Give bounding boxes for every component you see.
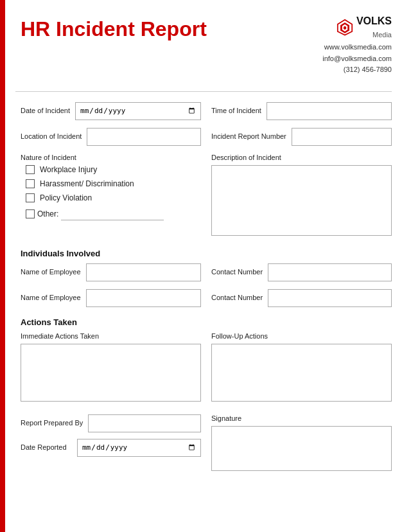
employee-row-1: Name of Employee Contact Number xyxy=(15,263,392,281)
checkbox-harassment: Harassment/ Discrimination xyxy=(26,179,201,188)
immediate-actions-group: Immediate Actions Taken xyxy=(21,332,201,404)
followup-actions-label: Follow-Up Actions xyxy=(211,332,392,340)
employee-1-input[interactable] xyxy=(86,263,201,281)
employee-2-label: Name of Employee xyxy=(21,289,81,303)
date-reported-group: Date Reported xyxy=(21,439,201,457)
volks-logo-icon xyxy=(336,18,354,36)
actions-row: Immediate Actions Taken Follow-Up Action… xyxy=(15,332,392,404)
incident-report-number-label: Incident Report Number xyxy=(211,128,286,141)
checkbox-harassment-input[interactable] xyxy=(26,179,35,188)
contact-2-input[interactable] xyxy=(268,289,392,307)
title: HR Incident Report xyxy=(21,13,207,40)
header: HR Incident Report VOLKS Media www.volks… xyxy=(15,13,392,76)
location-label: Location of Incident xyxy=(21,128,82,141)
time-of-incident-input[interactable] xyxy=(267,102,392,120)
contact-1-label: Contact Number xyxy=(211,263,263,277)
header-divider xyxy=(15,91,392,92)
nature-label: Nature of Incident xyxy=(21,154,201,161)
time-of-incident-label: Time of Incident xyxy=(211,102,261,116)
employee-2-group: Name of Employee xyxy=(21,289,201,307)
employee-2-input[interactable] xyxy=(86,289,201,307)
report-prepared-label: Report Prepared By xyxy=(21,414,83,428)
location-input[interactable] xyxy=(87,128,201,146)
followup-actions-group: Follow-Up Actions xyxy=(211,332,392,404)
report-prepared-group: Report Prepared By xyxy=(21,414,201,432)
employee-1-group: Name of Employee xyxy=(21,263,201,281)
checkbox-workplace-injury-input[interactable] xyxy=(26,165,35,174)
bottom-left: Report Prepared By Date Reported xyxy=(21,414,201,471)
contact-1-group: Contact Number xyxy=(211,263,392,281)
bottom-row: Report Prepared By Date Reported Signatu… xyxy=(15,414,392,471)
description-section: Description of Incident xyxy=(211,154,392,238)
individuals-section-title: Individuals Involved xyxy=(21,249,392,258)
location-report-row: Location of Incident Incident Report Num… xyxy=(15,128,392,146)
employee-row-2: Name of Employee Contact Number xyxy=(15,289,392,307)
description-label: Description of Incident xyxy=(211,154,392,161)
incident-report-number-input[interactable] xyxy=(292,128,392,146)
checkbox-other: Other: xyxy=(26,208,201,220)
contact-2-group: Contact Number xyxy=(211,289,392,307)
nature-description-section: Nature of Incident Workplace Injury Hara… xyxy=(15,154,392,238)
actions-section-title: Actions Taken xyxy=(21,317,392,327)
employee-1-label: Name of Employee xyxy=(21,263,81,277)
other-text-input[interactable] xyxy=(61,208,164,220)
contact-2-label: Contact Number xyxy=(211,289,263,303)
signature-label: Signature xyxy=(211,414,392,422)
date-reported-label: Date Reported xyxy=(21,439,72,452)
date-of-incident-input[interactable] xyxy=(75,102,201,120)
date-reported-input[interactable] xyxy=(77,439,201,457)
logo-icon: VOLKS Media xyxy=(322,13,392,40)
date-of-incident-label: Date of Incident xyxy=(21,102,70,116)
date-time-row: Date of Incident Time of Incident xyxy=(15,102,392,120)
logo-area: VOLKS Media www.volksmedia.com info@volk… xyxy=(322,13,392,76)
report-prepared-input[interactable] xyxy=(88,414,201,432)
incident-number-group: Incident Report Number xyxy=(211,128,392,146)
followup-actions-textarea[interactable] xyxy=(211,344,392,402)
signature-box[interactable] xyxy=(211,426,392,471)
checkbox-policy-violation: Policy Violation xyxy=(26,193,201,202)
description-textarea[interactable] xyxy=(211,165,392,236)
bottom-right: Signature xyxy=(211,414,392,471)
immediate-actions-label: Immediate Actions Taken xyxy=(21,332,201,340)
checkbox-section: Workplace Injury Harassment/ Discriminat… xyxy=(21,165,201,220)
immediate-actions-textarea[interactable] xyxy=(21,344,201,402)
checkbox-workplace-injury: Workplace Injury xyxy=(26,165,201,174)
location-group: Location of Incident xyxy=(21,128,201,146)
checkbox-policy-violation-input[interactable] xyxy=(26,193,35,202)
contact-1-input[interactable] xyxy=(268,263,392,281)
checkbox-other-input[interactable] xyxy=(26,209,35,218)
time-of-incident-group: Time of Incident xyxy=(211,102,392,120)
nature-section: Nature of Incident Workplace Injury Hara… xyxy=(21,154,201,238)
date-of-incident-group: Date of Incident xyxy=(21,102,201,120)
